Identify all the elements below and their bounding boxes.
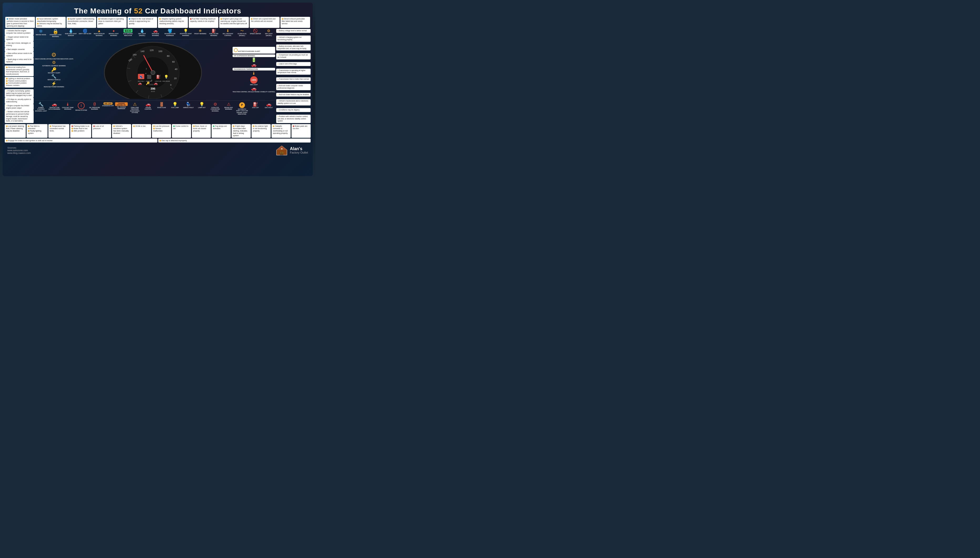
icon-abs: ABS ABS LIGHT [232, 76, 275, 86]
icon-airbag: 💺 AIRBAG FAULT [182, 102, 195, 115]
speedometer-area: 180 160 140 120 100 80 60 40 20 0 [74, 41, 232, 99]
icon-coolant: 🌡 COOLANT TEMP WARNING [62, 102, 74, 115]
icon-def: 💧 DEF LIGHT (Diesel) [136, 29, 149, 37]
bot-tip-tow-hitch: Tow hitch is unlocked Faulty lighting sy… [26, 124, 47, 138]
icon-distance: 🚗 DISTANCE WARNING [149, 29, 162, 37]
sources-section: Sources: www.autozone.com www.blog.caasc… [7, 146, 31, 154]
svg-text:80: 80 [167, 55, 170, 57]
right-tip-battery-low: Battery voltage level is below normal [276, 29, 311, 33]
svg-text:🏠: 🏠 [280, 148, 283, 150]
icon-winter-mode: ❄ WINTER MODE [35, 29, 47, 37]
right-tip-transmission-hot: Transmission is operating at higher temp… [276, 69, 311, 75]
icon-dirty-air: 🌀 DIRTY AIR FILTER [79, 29, 91, 37]
bot-tip-oil-pressure: Loss of oil pressure [92, 124, 111, 138]
bot-tip-airbag: If light stays illuminated after startin… [232, 124, 251, 138]
svg-text:SEAT BELT: SEAT BELT [138, 80, 144, 82]
icon-eco: ECO ECO DRIVING INDICATOR [121, 29, 135, 37]
icon-row-1: ❄ WINTER MODE 🔒 STEERING LOCK WARNING 💧 … [35, 29, 275, 37]
left-tip-limited: Engine computer has limited engine power… [5, 104, 34, 110]
icon-rain-light: 💧 RAIN AND LIGHT SENSOR [64, 29, 78, 37]
svg-text:4: 4 [145, 72, 146, 74]
left-check-engine-section: Abnormal reading from transmission senso… [5, 66, 34, 88]
right-tip-charging: Vehicle's charging system not functionin… [276, 36, 311, 42]
main-container: The Meaning of 52 Car Dashboard Indicato… [0, 0, 315, 179]
main-title: The Meaning of 52 Car Dashboard Indicato… [5, 7, 311, 15]
svg-rect-45 [282, 152, 283, 154]
icon-fog-lamp: 💡 FOG LAMP [169, 102, 182, 115]
icon-gas-cap: ⛽ GAS CAP [249, 102, 262, 115]
top-tooltip-eco: Indicates engine is operating close to m… [97, 17, 127, 28]
icon-dpf: ⚙ DPF LIGHT (Diesel) [263, 29, 275, 37]
icon-brake-light: ● BRAKE LIGHT WARNING [107, 29, 120, 37]
bot-tip-tpms: Low tire pressure Sensor malfunction [152, 124, 171, 138]
icon-adaptive: 💡 ADAPTIVE LIGHT WARNING [178, 29, 193, 37]
right-tip-esc-problem: Problem with vehicle's traction control,… [276, 115, 311, 123]
icon-speed-limiter: 🚫 SPEED LIMITER [249, 29, 262, 37]
title-prefix: The Meaning of [74, 7, 134, 15]
svg-text:HIGH BEAM: HIGH BEAM [162, 80, 170, 82]
svg-text:40: 40 [175, 68, 177, 71]
left-tip-transponder: If it lights momentarily, ignition switc… [5, 89, 34, 98]
right-tip-abs-disabled: Anti-lock brake feature may be disabled [276, 93, 311, 97]
left-tip-oxygen: Oxygen sensor needs to be replaced [5, 35, 34, 41]
icon-oil-pressure: 🛢 OIL PRESSURE WARNING [88, 102, 101, 115]
svg-point-21 [151, 71, 155, 75]
infographic: The Meaning of 52 Car Dashboard Indicato… [3, 3, 313, 176]
icon-brake-system: ! BRAKE SYSTEM [75, 102, 88, 115]
bot-tip-brake-pad: Brake pads are too thin [291, 124, 311, 138]
top-tooltip-issue: Issue detected; system deactivated tempo… [36, 17, 65, 28]
top-tooltip-winter: Winter mode activated (vehicle moves in … [5, 17, 35, 28]
icon-security-alert: 🔑 SECURITY ALERT [35, 67, 73, 74]
icon-reduced-power: ⚡ REDUCED POWER WARNING [35, 82, 73, 88]
bot-tip-oil-life: Oil life is low [132, 124, 151, 138]
logo-section: 🏠 Alan's Factory Outlet [276, 145, 308, 156]
bot-tip-brake: Parking brake is on Brake fluid is low A… [70, 124, 91, 138]
mid-left-icons: ⚙ CHECK ENGINE (or Malfunction Indicator… [35, 52, 73, 88]
svg-text:0: 0 [170, 84, 171, 86]
icon-check-engine: ⚙ CHECK ENGINE (or Malfunction Indicator… [35, 52, 73, 60]
svg-text:60: 60 [172, 61, 175, 63]
left-panel: Indicates that the engine computer has n… [5, 29, 34, 123]
svg-rect-44 [280, 152, 281, 154]
main-dash-area: Indicates that the engine computer has n… [5, 29, 311, 123]
svg-text:396: 396 [151, 87, 155, 90]
source-url-2: www.blog.caasco.com [7, 152, 31, 154]
svg-text:⛽: ⛽ [156, 75, 160, 79]
sources-label: Sources: [7, 146, 31, 149]
svg-text:km/h: km/h [151, 90, 155, 92]
title-number: 52 [134, 7, 143, 15]
middle-section: ⚙ CHECK ENGINE (or Malfunction Indicator… [35, 41, 275, 99]
icon-overdrive: O/D OFF OVERDRIVE OFF [102, 102, 115, 115]
svg-text:💺: 💺 [139, 75, 143, 79]
right-tip-leak: Leak in one of the bags [276, 62, 311, 66]
logo-barn-icon: 🏠 [276, 145, 288, 156]
icon-tpms: ⚠ TPMS (Tire pressure monitoring system) [129, 102, 141, 115]
svg-text:💡: 💡 [164, 75, 169, 79]
left-tip-engine: Indicates that the engine computer has n… [5, 29, 34, 35]
icon-fuel-filter: ⛽ FUEL FILTER WARNING [207, 29, 220, 37]
left-tip-catalytic: Bad catalytic converter [5, 48, 34, 51]
icon-auto-gearbox: ⚙ AUTOMATIC GEARBOX WARNING [35, 61, 73, 67]
bot-tip-catalytic: Catalytic converter is overheating or no… [272, 124, 291, 138]
bottom-tooltips-row: Low power steering fluid. Power steering… [5, 124, 311, 143]
icon-frost: ❄ FROST WARNING [194, 29, 206, 37]
svg-text:120: 120 [149, 49, 154, 51]
right-tip-compressor: Compressor not providing as much air as … [276, 53, 311, 59]
top-tooltip-glow: Engine's glow plugs are warming up; engi… [219, 17, 249, 28]
bot-tip-cruise: Cruise control is set [172, 124, 191, 138]
icon-door-ajar: 🚪 DOOR AJAR [155, 102, 168, 115]
icon-transmission-temp: 🌡 [232, 71, 275, 75]
svg-text:100: 100 [158, 50, 162, 53]
icon-shift-lock: P AUTOMATIC SHIFT LOCK (or Engine Start … [236, 102, 248, 115]
icon-brake-pad: ⚠ BRAKE PAD WARNING [223, 102, 235, 115]
icon-rear-spoiler: ▲ REAR SPOILER WARNING [92, 29, 106, 37]
bot-tip-fog: Fog lamps are activated [211, 124, 231, 138]
icon-lamp-out: 💡 LAMP OUT [196, 102, 208, 115]
svg-text:2: 2 [146, 68, 147, 70]
svg-text:DEFROST: DEFROST [146, 80, 152, 82]
right-tip-battery-terminals: Battery terminals, alternator belt, serp… [276, 44, 311, 51]
icon-service-vehicle: 🔧 SERVICE VEHICLE [35, 74, 73, 81]
icon-washer: 🪣 WASHER FLUID REMINDER [163, 29, 177, 37]
check-engine-sub-tip2: Lighting or electrical problem Traction … [5, 77, 34, 87]
icon-air-suspension: 🚗 [232, 63, 275, 67]
